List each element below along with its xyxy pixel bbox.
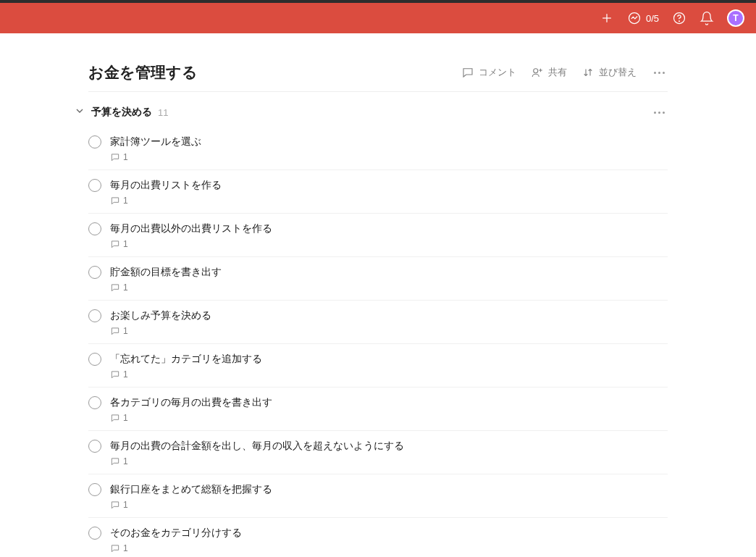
task-title: 家計簿ツールを選ぶ xyxy=(110,134,668,149)
comment-icon xyxy=(110,413,120,423)
task-comment-indicator[interactable]: 1 xyxy=(110,369,668,380)
task-item[interactable]: そのお金をカテゴリ分けする1 xyxy=(88,518,668,557)
comment-icon xyxy=(110,239,120,249)
task-comment-indicator[interactable]: 1 xyxy=(110,413,668,423)
task-content: 「忘れてた」カテゴリを追加する1 xyxy=(110,351,668,380)
dot-icon xyxy=(658,72,660,74)
dot-icon xyxy=(654,112,656,114)
dot-icon xyxy=(663,72,665,74)
task-comment-indicator[interactable]: 1 xyxy=(110,282,668,293)
section-title: 予算を決める xyxy=(91,106,152,119)
task-comment-indicator[interactable]: 1 xyxy=(110,196,668,206)
comment-icon xyxy=(110,326,120,336)
task-comment-indicator[interactable]: 1 xyxy=(110,152,668,162)
task-comment-indicator[interactable]: 1 xyxy=(110,543,668,553)
task-comment-count: 1 xyxy=(123,239,128,249)
task-comment-count: 1 xyxy=(123,369,128,380)
task-comment-count: 1 xyxy=(123,456,128,466)
comment-icon xyxy=(110,369,120,380)
task-item[interactable]: 銀行口座をまとめて総額を把握する1 xyxy=(88,474,668,518)
svg-point-5 xyxy=(534,69,538,73)
task-content: そのお金をカテゴリ分けする1 xyxy=(110,525,668,553)
productivity-button[interactable]: 0/5 xyxy=(627,11,659,25)
dot-icon xyxy=(663,112,665,114)
comment-icon xyxy=(110,456,120,466)
sort-button[interactable]: 並び替え xyxy=(581,66,637,79)
task-title: 毎月の出費以外の出費リストを作る xyxy=(110,221,668,236)
comment-icon xyxy=(110,196,120,206)
help-icon xyxy=(672,11,686,25)
share-icon xyxy=(531,66,544,79)
productivity-icon xyxy=(627,11,642,25)
task-title: お楽しみ予算を決める xyxy=(110,308,668,323)
task-checkbox[interactable] xyxy=(88,266,101,279)
task-title: 毎月の出費リストを作る xyxy=(110,177,668,193)
task-item[interactable]: 家計簿ツールを選ぶ1 xyxy=(88,127,668,170)
task-comment-count: 1 xyxy=(123,196,128,206)
task-comment-count: 1 xyxy=(123,152,128,162)
task-content: 貯金額の目標を書き出す1 xyxy=(110,264,668,293)
main-content: お金を管理する コメント 共有 並び替え 予算を決める xyxy=(81,33,675,557)
svg-point-4 xyxy=(679,21,680,22)
task-checkbox[interactable] xyxy=(88,440,101,453)
task-checkbox[interactable] xyxy=(88,353,101,366)
section-more-button[interactable] xyxy=(651,109,668,117)
task-title: 貯金額の目標を書き出す xyxy=(110,264,668,280)
task-comment-indicator[interactable]: 1 xyxy=(110,500,668,510)
comments-button[interactable]: コメント xyxy=(461,66,516,79)
task-comment-indicator[interactable]: 1 xyxy=(110,456,668,466)
task-checkbox[interactable] xyxy=(88,135,101,148)
comment-icon xyxy=(110,282,120,293)
section-header: 予算を決める 11 xyxy=(88,105,668,120)
dot-icon xyxy=(654,72,656,74)
add-task-button[interactable] xyxy=(600,11,614,25)
task-item[interactable]: 「忘れてた」カテゴリを追加する1 xyxy=(88,344,668,388)
task-checkbox[interactable] xyxy=(88,396,101,409)
task-content: お楽しみ予算を決める1 xyxy=(110,308,668,336)
sort-label: 並び替え xyxy=(599,66,637,79)
task-content: 毎月の出費以外の出費リストを作る1 xyxy=(110,221,668,249)
task-comment-indicator[interactable]: 1 xyxy=(110,239,668,249)
share-button[interactable]: 共有 xyxy=(531,66,567,79)
task-checkbox[interactable] xyxy=(88,483,101,496)
task-checkbox[interactable] xyxy=(88,527,101,540)
app-topbar: 0/5 T xyxy=(0,3,756,33)
task-title: 銀行口座をまとめて総額を把握する xyxy=(110,482,668,497)
task-content: 銀行口座をまとめて総額を把握する1 xyxy=(110,482,668,510)
task-item[interactable]: 各カテゴリの毎月の出費を書き出す1 xyxy=(88,388,668,431)
comment-icon xyxy=(110,152,120,162)
task-item[interactable]: 毎月の出費リストを作る1 xyxy=(88,170,668,214)
plus-icon xyxy=(600,11,614,25)
avatar[interactable]: T xyxy=(727,9,744,27)
section-collapse-button[interactable] xyxy=(74,105,85,120)
comment-icon xyxy=(110,543,120,553)
comments-label: コメント xyxy=(479,66,516,79)
page-title: お金を管理する xyxy=(88,62,198,83)
task-comment-count: 1 xyxy=(123,543,128,553)
task-title: そのお金をカテゴリ分けする xyxy=(110,525,668,540)
task-checkbox[interactable] xyxy=(88,309,101,322)
sort-icon xyxy=(581,66,595,79)
comment-icon xyxy=(110,500,120,510)
task-comment-indicator[interactable]: 1 xyxy=(110,326,668,336)
task-list: 家計簿ツールを選ぶ1毎月の出費リストを作る1毎月の出費以外の出費リストを作る1貯… xyxy=(88,127,668,557)
more-options-button[interactable] xyxy=(651,69,668,77)
task-checkbox[interactable] xyxy=(88,179,101,192)
section-count: 11 xyxy=(158,107,168,118)
task-comment-count: 1 xyxy=(123,500,128,510)
progress-text: 0/5 xyxy=(646,13,659,24)
task-item[interactable]: 毎月の出費以外の出費リストを作る1 xyxy=(88,214,668,257)
notifications-button[interactable] xyxy=(700,11,714,25)
task-checkbox[interactable] xyxy=(88,222,101,235)
task-item[interactable]: 貯金額の目標を書き出す1 xyxy=(88,257,668,301)
help-button[interactable] xyxy=(672,11,686,25)
task-item[interactable]: お楽しみ予算を決める1 xyxy=(88,301,668,344)
task-title: 各カテゴリの毎月の出費を書き出す xyxy=(110,395,668,410)
project-header: お金を管理する コメント 共有 並び替え xyxy=(88,62,668,92)
task-title: 「忘れてた」カテゴリを追加する xyxy=(110,351,668,367)
dot-icon xyxy=(658,112,660,114)
header-actions: コメント 共有 並び替え xyxy=(461,66,668,79)
task-comment-count: 1 xyxy=(123,326,128,336)
task-comment-count: 1 xyxy=(123,413,128,423)
task-item[interactable]: 毎月の出費の合計金額を出し、毎月の収入を超えないようにする1 xyxy=(88,431,668,474)
